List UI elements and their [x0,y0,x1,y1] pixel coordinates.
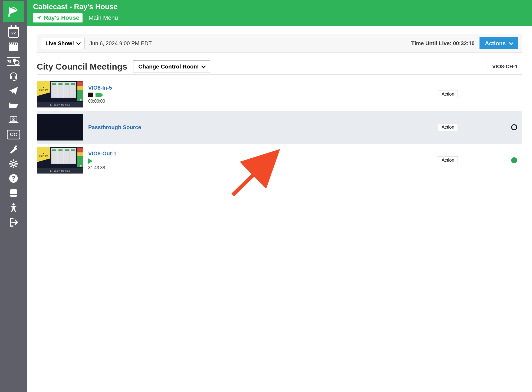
page-title: City Council Meetings [37,62,127,72]
source-name-link[interactable]: Passthrough Source [88,124,142,130]
svg-text:?: ? [12,175,16,182]
svg-line-23 [11,161,12,162]
chevron-down-icon [201,64,206,68]
source-row: ●8:27 pm L R L: -60.0 ● R: -60.0 VIO8-In… [37,78,522,111]
nav-logout[interactable] [0,215,27,230]
svg-point-18 [12,162,15,165]
main-area: Cablecast - Ray's House Ray's House Main… [27,0,532,392]
svg-point-11 [15,76,17,79]
divider [37,74,522,75]
source-thumbnail[interactable]: ●8:27 pm L R L: -60.0 ● R: -60.0 [37,147,83,174]
nav-folder[interactable] [0,98,27,113]
gear-icon [8,158,19,169]
source-row: Passthrough Source Action [37,111,522,144]
nav-laptop-play[interactable] [0,113,27,127]
svg-point-9 [15,60,19,65]
svg-line-26 [15,161,17,162]
svg-rect-15 [9,122,18,123]
actions-dropdown[interactable]: Actions [480,37,518,49]
nav-calendar[interactable]: 22 [0,25,27,40]
live-show-dropdown[interactable]: Live Show! [41,38,85,49]
status-indicator-empty [511,124,517,130]
nav-send[interactable] [0,83,27,98]
source-timecode: 00:00:00 [88,99,142,104]
channel-badge[interactable]: VIO8-CH-1 [488,61,522,72]
location-chip[interactable]: Ray's House [33,13,83,22]
live-datetime: Jun 6, 2024 9:00 PM EDT [90,40,152,47]
change-control-room-label: Change Control Room [138,63,199,70]
headset-icon [8,71,19,81]
svg-marker-17 [13,119,14,120]
svg-rect-1 [8,14,9,17]
play-icon [88,158,93,164]
source-row: ●8:27 pm L R L: -60.0 ● R: -60.0 VIO8-Ou… [37,144,522,177]
source-name-link[interactable]: VIO8-Out-1 [88,151,142,157]
nav-headset[interactable] [0,69,27,83]
sidebar: 22 75 CC ? [0,0,27,392]
svg-line-25 [11,166,12,167]
nav-wrench[interactable] [0,142,27,156]
source-action-button[interactable]: Action [438,156,458,164]
source-action-button[interactable]: Action [438,90,458,98]
cc-icon: CC [7,130,20,139]
location-chip-label: Ray's House [44,14,79,21]
svg-rect-29 [10,189,17,197]
app-logo[interactable] [3,1,24,22]
calendar-icon: 22 [8,27,19,38]
svg-point-10 [10,76,12,79]
nav-book[interactable] [0,186,27,200]
person-icon [8,202,19,213]
svg-rect-2 [9,45,18,51]
book-icon [8,188,19,198]
logout-icon [8,217,19,228]
live-show-label: Live Show! [45,40,74,47]
nav-accessibility[interactable] [0,200,27,215]
nav-settings[interactable] [0,156,27,171]
source-action-button[interactable]: Action [438,123,458,131]
nav-thermostat[interactable]: 75 [0,54,27,69]
clapperboard-icon [8,41,19,52]
wrench-icon [8,144,19,155]
location-arrow-icon [36,15,42,21]
svg-rect-30 [10,194,17,195]
nav-cc[interactable]: CC [0,127,27,142]
help-icon: ? [8,173,19,184]
svg-line-24 [15,166,17,167]
thermostat-icon: 75 [7,57,20,66]
source-name-link[interactable]: VIO8-In-5 [88,85,142,91]
nav-clapperboard[interactable] [0,40,27,54]
svg-point-31 [12,203,15,205]
chevron-down-icon [509,41,514,45]
change-control-room-dropdown[interactable]: Change Control Room [133,60,210,73]
camera-icon [96,93,101,97]
svg-point-12 [13,80,14,81]
actions-label: Actions [485,40,506,47]
topbar: Cablecast - Ray's House Ray's House Main… [27,0,532,26]
stop-icon [88,93,93,97]
source-timecode: 31:43:38 [88,165,142,170]
folder-open-icon [8,100,19,111]
nav-help[interactable]: ? [0,171,27,186]
laptop-play-icon [8,115,19,125]
countdown: Time Until Live: 00:32:10 [411,40,475,47]
chevron-down-icon [76,41,81,45]
main-menu-link[interactable]: Main Menu [88,14,118,21]
live-bar: Live Show! Jun 6, 2024 9:00 PM EDT Time … [37,34,522,53]
paper-plane-icon [8,85,19,96]
status-indicator-active [511,157,517,163]
app-title: Cablecast - Ray's House [33,3,526,11]
svg-marker-0 [9,7,18,14]
source-thumbnail[interactable]: ●8:27 pm L R L: -60.0 ● R: -60.0 [37,81,83,107]
svg-marker-13 [9,87,18,94]
source-thumbnail[interactable] [37,114,83,141]
svg-marker-33 [37,16,41,20]
